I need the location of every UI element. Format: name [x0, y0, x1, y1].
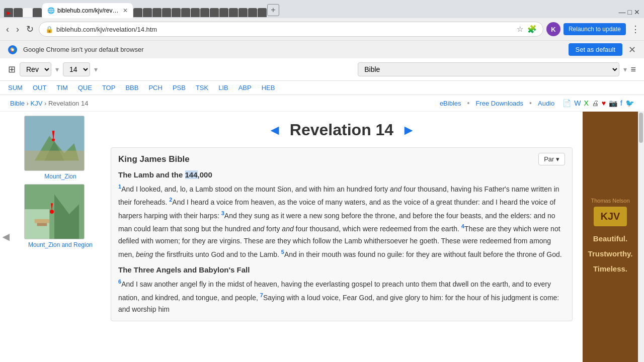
section1-heading: The Lamb and the 144,000 [118, 170, 565, 179]
heart-icon[interactable]: ♥ [602, 99, 606, 107]
tool-sum[interactable]: SUM [8, 84, 23, 92]
tab-icon-9[interactable] [162, 8, 171, 17]
grid-icon[interactable]: ⊞ [8, 64, 16, 75]
tab-favicon-1[interactable]: ▶ [4, 8, 13, 17]
new-tab-btn[interactable]: + [267, 4, 279, 16]
address-bar[interactable]: 🔒 biblehub.com/kjv/revelation/14.htm ☆ 🧩 [39, 22, 543, 37]
tab-icon-2[interactable] [14, 8, 23, 17]
tab-icon-16[interactable] [229, 8, 238, 17]
tab-close-btn[interactable]: ✕ [123, 7, 128, 14]
tab-favicon-active: 🌐 [47, 7, 54, 14]
scrollbar-track[interactable] [638, 112, 644, 362]
maximize-btn[interactable]: □ [628, 8, 632, 16]
tool-que[interactable]: QUE [78, 84, 92, 92]
ad-line2: Trustworthy. [588, 246, 633, 261]
tool-bbb[interactable]: BBB [125, 84, 138, 92]
print-icon[interactable]: 🖨 [592, 99, 599, 107]
highlighted-number: 144 [185, 170, 198, 179]
back-button[interactable]: ‹ [4, 22, 11, 37]
map-svg-2 [25, 184, 84, 239]
prev-chapter-link[interactable]: ◄ [268, 122, 282, 138]
active-tab[interactable]: 🌐 biblehub.com/kjv/revelation/14.htm ✕ [42, 3, 133, 18]
tool-abp[interactable]: ABP [238, 84, 252, 92]
tool-tim[interactable]: TIM [56, 84, 67, 92]
mount-zion-region-label[interactable]: Mount_Zion and Region [24, 241, 97, 248]
tool-lib[interactable]: LIB [218, 84, 228, 92]
tool-tsk[interactable]: TSK [196, 84, 208, 92]
tab-icon-13[interactable] [200, 8, 209, 17]
ad-line3: Timeless. [588, 261, 633, 277]
tool-top[interactable]: TOP [102, 84, 116, 92]
breadcrumb-bible-link[interactable]: Bible [10, 100, 25, 107]
chrome-logo-icon [8, 45, 17, 54]
instagram-icon[interactable]: 📷 [609, 99, 617, 107]
tool-psb[interactable]: PSB [173, 84, 186, 92]
chapter-select[interactable]: 14 [63, 62, 90, 76]
tab-icon-4[interactable] [33, 8, 42, 17]
chrome-menu-btn[interactable]: ⋮ [631, 24, 640, 35]
breadcrumb-sep2: › [44, 100, 48, 107]
set-default-button[interactable]: Set as default [569, 43, 623, 56]
tool-out[interactable]: OUT [33, 84, 46, 92]
svg-rect-13 [35, 219, 50, 223]
notification-bar: Google Chrome isn't your default browser… [0, 40, 644, 58]
tab-icon-17[interactable] [238, 8, 248, 17]
notification-close-btn[interactable]: ✕ [628, 44, 636, 55]
breadcrumb: Bible › KJV › Revelation 14 [10, 100, 88, 107]
tool-heb[interactable]: HEB [262, 84, 275, 92]
tab-icon-6[interactable] [133, 8, 142, 17]
word-icon[interactable]: W [574, 99, 581, 107]
version-select[interactable]: Bible [358, 62, 619, 76]
tab-icon-12[interactable] [191, 8, 200, 17]
twitter-icon[interactable]: 🐦 [625, 99, 634, 107]
tab-icon-3[interactable] [23, 8, 32, 17]
next-chapter-link[interactable]: ► [401, 122, 416, 138]
prev-chapter-arrow[interactable]: ◄ [0, 230, 12, 244]
profile-button[interactable]: K [546, 22, 560, 36]
bible-menu-btn[interactable]: ≡ [631, 64, 636, 75]
relaunch-button[interactable]: Relaunch to update [564, 23, 626, 35]
tab-icon-14[interactable] [210, 8, 219, 17]
free-downloads-link[interactable]: Free Downloads [475, 100, 523, 107]
version-dropdown-arrow: ▾ [623, 65, 627, 73]
minimize-btn[interactable]: — [619, 8, 626, 16]
ad-panel[interactable]: Thomas Nelson KJV Beautiful. Trustworthy… [583, 112, 638, 362]
verse-6-7: 6And I saw another angel fly in the mids… [118, 277, 565, 316]
map-svg-1 [25, 116, 84, 171]
book-select[interactable]: Rev [20, 62, 51, 76]
breadcrumb-sep1: › [27, 100, 31, 107]
address-bar-icons: ☆ 🧩 [517, 25, 537, 34]
bookmark-icon[interactable]: ☆ [517, 25, 523, 34]
mount-zion-label[interactable]: Mount_Zion [24, 173, 97, 180]
extension-icon[interactable]: 🧩 [527, 25, 537, 34]
tab-icon-8[interactable] [152, 8, 162, 17]
facebook-icon[interactable]: f [620, 99, 622, 107]
tool-pch[interactable]: PCH [148, 84, 162, 92]
tab-icon-18[interactable] [248, 8, 257, 17]
tab-icon-7[interactable] [143, 8, 152, 17]
ad-logo: KJV [594, 207, 627, 226]
svg-point-1 [12, 49, 14, 51]
mount-zion-region-map[interactable] [24, 184, 85, 239]
breadcrumb-extras: eBibles • Free Downloads • Audio 📄 W X 🖨… [440, 99, 634, 107]
tab-icon-11[interactable] [181, 8, 190, 17]
scrollbar-thumb[interactable] [639, 113, 643, 143]
audio-link[interactable]: Audio [538, 100, 554, 107]
forward-button[interactable]: › [14, 22, 21, 37]
verse-5-text: And in their mouth was found no guile: f… [284, 250, 562, 258]
chapter-title: Revelation 14 [290, 121, 393, 139]
pdf-icon[interactable]: 📄 [562, 99, 571, 107]
reload-button[interactable]: ↻ [24, 22, 36, 37]
tab-icon-15[interactable] [219, 8, 228, 17]
excel-icon[interactable]: X [584, 99, 588, 107]
tab-icon-10[interactable] [172, 8, 181, 17]
tab-icon-19[interactable] [258, 8, 267, 17]
ebibles-link[interactable]: eBibles [440, 100, 461, 107]
breadcrumb-kjv-link[interactable]: KJV [31, 100, 43, 107]
verse-3-italic2: and [282, 225, 293, 233]
par-button[interactable]: Par ▾ [538, 153, 565, 165]
main-content: ⊞ Rev ▾ 14 ▾ Bible ▾ ≡ SUM OUT [0, 58, 644, 362]
mount-zion-map[interactable] [24, 116, 85, 171]
close-btn[interactable]: ✕ [634, 8, 640, 16]
verse-1: 1And I looked, and, lo, a Lamb stood on … [118, 182, 565, 260]
